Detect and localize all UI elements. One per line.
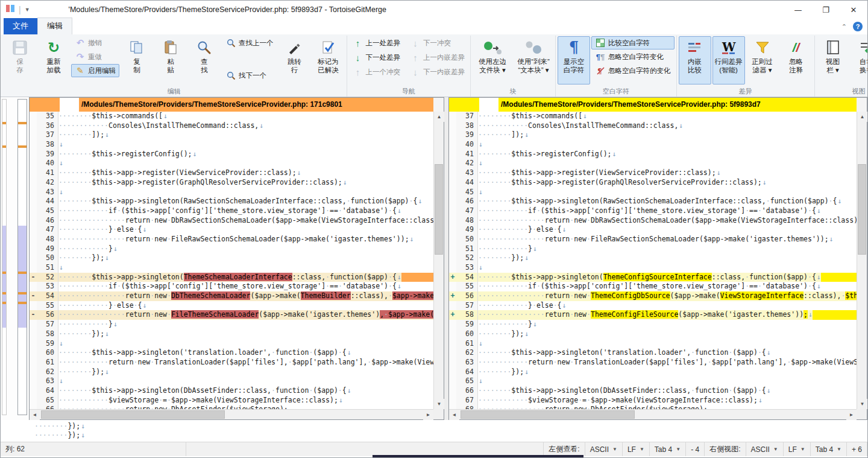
minimize-button[interactable]: — [784, 1, 812, 19]
ignore-comments-button[interactable]: //忽略 注释 [780, 36, 813, 84]
status-right-eol-dropdown[interactable]: LF▼ [784, 442, 811, 456]
code-line[interactable]: 37········$this->commands([↓ [449, 112, 857, 121]
code-line[interactable]: 64········});↓ [449, 367, 857, 377]
status-left-eol-dropdown[interactable]: LF▼ [623, 442, 650, 456]
code-line[interactable]: 40↓ [30, 159, 433, 168]
word-wrap-button[interactable]: 自动 换行 [851, 36, 868, 84]
code-line[interactable]: 60········$this->app->singleton('transla… [30, 348, 433, 358]
status-right-tab-dropdown[interactable]: Tab 4▼ [811, 442, 847, 456]
code-line[interactable]: 51↓ [30, 263, 433, 273]
scroll-down-icon[interactable]: ▼ [434, 399, 444, 409]
status-left-encoding-dropdown[interactable]: ASCII▼ [585, 442, 623, 456]
tab-file[interactable]: 文件 [4, 18, 37, 34]
code-line[interactable]: 43········$this->app->register(ViewServi… [449, 168, 857, 178]
find-next-button[interactable]: 找下一个 [222, 69, 277, 82]
left-hscroll-thumb[interactable] [41, 410, 225, 419]
redo-button[interactable]: ↷重做 [71, 50, 119, 63]
locator-bar-left[interactable] [2, 99, 7, 415]
code-line[interactable]: 55············}·else·{↓ [30, 301, 433, 311]
code-line[interactable]: 57············}·else·{↓ [449, 301, 857, 311]
code-line[interactable]: 44········$this->app->singleton(RawSecti… [30, 197, 433, 206]
line-word-diff-smart-button[interactable]: W行间差异 (智能) [712, 36, 745, 84]
left-vertical-scrollbar[interactable]: ▲ ▼ [433, 112, 444, 409]
next-inline-diff-button[interactable]: ↓下一内嵌差异 [406, 65, 468, 78]
code-line[interactable]: 53↓ [449, 263, 857, 273]
pane-divider[interactable] [444, 97, 448, 420]
close-button[interactable]: ✕ [840, 1, 867, 19]
right-hscroll-thumb[interactable] [461, 410, 635, 419]
code-line[interactable]: 41········$this->app->register(ViewServi… [30, 168, 433, 178]
code-line[interactable]: 38············Consoles\InstallThemeComma… [449, 121, 857, 131]
code-line[interactable]: -56················return·new·FileThemeS… [30, 310, 433, 320]
code-line[interactable]: 65············$viewStorage·=·$app->make(… [30, 396, 433, 406]
right-vertical-scrollbar[interactable]: ▲ ▼ [857, 112, 867, 409]
enable-edit-button[interactable]: ✎启用编辑 [71, 64, 119, 77]
tab-edit[interactable]: 编辑 [37, 17, 72, 34]
code-line[interactable]: 57············}↓ [30, 320, 433, 329]
goto-line-button[interactable]: 跳转 行 [278, 36, 311, 84]
left-horizontal-scrollbar[interactable]: ◄ ► [30, 409, 433, 419]
maximize-button[interactable]: ❐ [812, 1, 840, 19]
code-line[interactable]: 39········$this->registerConfig();↓ [30, 150, 433, 159]
status-right-encoding-dropdown[interactable]: ASCII▼ [746, 442, 784, 456]
code-line[interactable]: 53············if·($this->app['config']['… [30, 282, 433, 291]
code-line[interactable]: 59↓ [30, 339, 433, 349]
code-line[interactable]: -54················return·new·DbThemeSch… [30, 291, 433, 301]
code-line[interactable]: 42↓ [449, 159, 857, 168]
code-line[interactable]: 61↓ [449, 339, 857, 349]
code-line[interactable]: 42········$this->app->register(GraphQlRe… [30, 178, 433, 188]
code-line[interactable]: 63↓ [30, 377, 433, 386]
code-line[interactable]: 36············Consoles\InstallThemeComma… [30, 121, 433, 131]
code-line[interactable]: 47············if·($this->app['config']['… [449, 206, 857, 216]
scroll-left-icon[interactable]: ◄ [30, 410, 40, 420]
code-line[interactable]: 62········});↓ [30, 367, 433, 377]
code-line[interactable]: 51············}↓ [449, 244, 857, 254]
code-line[interactable]: 60········});↓ [449, 329, 857, 339]
qat-dropdown-icon[interactable]: ▼ [25, 7, 30, 13]
code-line[interactable]: 66········$this->app->singleton(DbAssetF… [449, 386, 857, 396]
code-line[interactable]: 45↓ [449, 188, 857, 197]
code-line[interactable]: 35········$this->commands([↓ [30, 112, 433, 121]
code-line[interactable]: 63············return·new·TranslationLoad… [449, 358, 857, 367]
code-line[interactable]: 59············}↓ [449, 320, 857, 329]
code-line[interactable]: 39········]);↓ [449, 130, 857, 140]
code-line[interactable]: 45············if·($this->app['config']['… [30, 206, 433, 216]
inline-compare-button[interactable]: 内嵌 比较 [679, 36, 711, 84]
previous-conflict-button[interactable]: ↑上一个冲突 [349, 65, 404, 78]
code-line[interactable]: 46········$this->app->singleton(RawSecti… [449, 197, 857, 206]
code-line[interactable]: 66················return·new·DbAssetFind… [30, 405, 433, 409]
code-line[interactable]: 58········});↓ [30, 329, 433, 339]
reload-button[interactable]: ↻重新 加载 [37, 36, 70, 84]
use-incoming-text-block-button[interactable]: 使用“到来” “文本块” ▾ [514, 36, 553, 84]
code-line[interactable]: 38↓ [30, 140, 433, 150]
undo-button[interactable]: ↶撤销 [71, 36, 119, 49]
scroll-up-icon[interactable]: ▲ [857, 112, 867, 122]
code-line[interactable]: -52········$this->app->singleton(ThemeSc… [30, 273, 433, 282]
code-line[interactable]: 64········$this->app->singleton(DbAssetF… [30, 386, 433, 396]
code-line[interactable]: 68················return·new·DbAssetFind… [449, 405, 857, 409]
code-line[interactable]: 41········$this->registerConfig();↓ [449, 150, 857, 159]
next-conflict-button[interactable]: ↓下一冲突 [406, 36, 468, 49]
next-difference-button[interactable]: ↓下一处差异 [349, 51, 404, 64]
code-line[interactable]: 47············}·else·{↓ [30, 225, 433, 235]
code-line[interactable]: 37········]);↓ [30, 130, 433, 140]
code-line[interactable]: 40↓ [449, 140, 857, 150]
code-line[interactable]: +56················return·new·ThemeConfi… [449, 291, 857, 301]
scroll-up-icon[interactable]: ▲ [434, 112, 444, 122]
code-line[interactable]: 48················return·new·DbRawSectio… [449, 216, 857, 226]
status-left-tab-dropdown[interactable]: Tab 4▼ [650, 442, 686, 456]
show-whitespace-button[interactable]: ¶显示空 白字符 [558, 36, 590, 84]
right-vscroll-thumb[interactable] [858, 164, 866, 255]
left-code-view[interactable]: 35········$this->commands([↓36··········… [30, 112, 433, 409]
regex-filter-button[interactable]: 正则过 滤器 ▾ [746, 36, 779, 84]
code-line[interactable]: 43↓ [30, 188, 433, 197]
code-line[interactable]: 49············}↓ [30, 244, 433, 254]
save-button[interactable]: 保 存 [4, 36, 36, 84]
paste-button[interactable]: 粘 贴 [154, 36, 187, 84]
code-line[interactable]: 67············$viewStorage·=·$app->make(… [449, 396, 857, 406]
find-button[interactable]: 查 找 [188, 36, 221, 84]
scroll-down-icon[interactable]: ▼ [857, 399, 867, 409]
ignore-whitespace-changes-button[interactable]: ¶¶忽略空白字符变化 [591, 50, 675, 63]
code-line[interactable]: 50················return·new·FileRawSect… [449, 235, 857, 244]
code-line[interactable]: +54········$this->app->singleton(ThemeCo… [449, 273, 857, 282]
